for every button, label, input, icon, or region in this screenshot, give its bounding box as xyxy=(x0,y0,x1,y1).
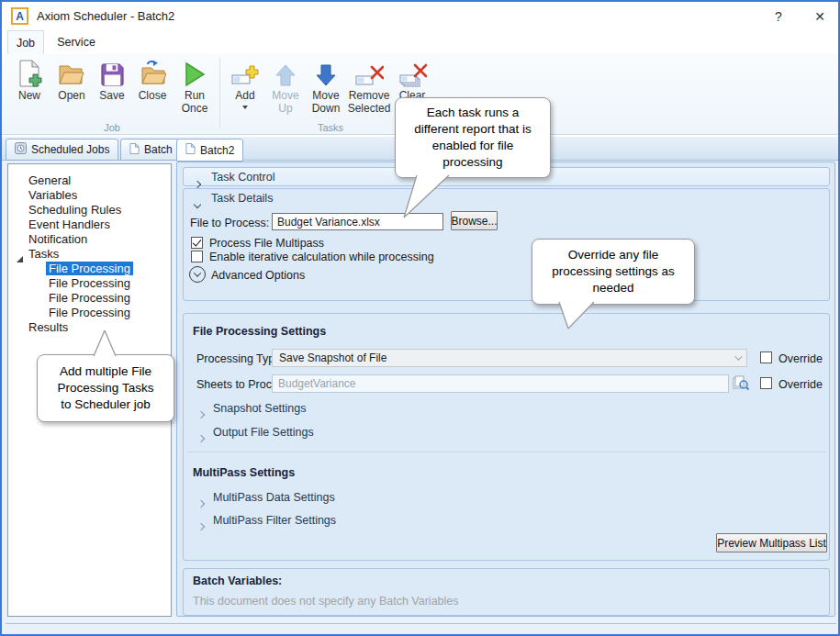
run-play-icon xyxy=(184,57,206,87)
processing-type-override-label: Override xyxy=(778,352,823,365)
sidebar-item-file-processing-3[interactable]: File Processing xyxy=(49,291,130,306)
sidebar-item-file-processing-4[interactable]: File Processing xyxy=(49,306,130,320)
clear-tasks-icon xyxy=(398,57,427,87)
ribbon-tab-service[interactable]: Service xyxy=(48,30,105,54)
iterative-calculation-label: Enable iterative calculation while proce… xyxy=(209,251,434,263)
chevron-right-icon xyxy=(197,411,205,418)
task-details-label: Task Details xyxy=(211,192,273,205)
advanced-options-expander-icon[interactable] xyxy=(189,266,206,283)
sidebar-item-notification[interactable]: Notification xyxy=(28,232,87,247)
app-window: A Axiom Scheduler - Batch2 ? ✕ Job Servi… xyxy=(0,0,840,636)
new-button-label: New xyxy=(18,90,40,103)
move-down-arrow-icon xyxy=(315,57,337,87)
sidebar-item-file-processing-1[interactable]: File Processing xyxy=(46,262,133,276)
sidebar-item-event-handlers[interactable]: Event Handlers xyxy=(28,218,110,232)
file-to-process-label: File to Process: xyxy=(190,217,269,229)
batch-variables-section: Batch Variables: This document does not … xyxy=(183,568,830,616)
new-button[interactable]: New xyxy=(9,57,50,123)
sidebar-item-file-processing-2[interactable]: File Processing xyxy=(49,276,130,291)
open-button[interactable]: Open xyxy=(51,57,92,123)
chevron-right-icon xyxy=(197,435,205,442)
open-button-label: Open xyxy=(58,90,84,103)
window-title: Axiom Scheduler - Batch2 xyxy=(37,9,174,23)
ribbon-tab-job[interactable]: Job xyxy=(7,30,44,54)
sheets-override-checkbox[interactable] xyxy=(760,377,772,389)
ribbon-tab-row: Job Service xyxy=(2,30,838,54)
output-file-settings-expander[interactable]: Output File Settings xyxy=(213,426,314,439)
preview-multipass-list-button[interactable]: Preview Multipass List xyxy=(716,533,827,552)
tasks-expander-icon[interactable] xyxy=(16,251,24,267)
processing-type-override-checkbox[interactable] xyxy=(760,351,772,363)
close-button[interactable]: ✕ xyxy=(806,6,834,28)
sidebar-item-scheduling-rules[interactable]: Scheduling Rules xyxy=(28,203,121,218)
tab-batch[interactable]: Batch xyxy=(120,139,182,161)
callout-task-tail xyxy=(397,175,461,221)
move-down-button[interactable]: Move Down xyxy=(306,57,346,123)
scheduled-jobs-icon xyxy=(15,142,27,157)
batch-variables-header: Batch Variables: xyxy=(193,575,282,587)
process-file-multipass-checkbox[interactable] xyxy=(191,237,203,249)
callout-sidebar-note: Add multiple File Processing Tasks to Sc… xyxy=(37,354,174,422)
remove-selected-icon xyxy=(355,57,384,87)
document-icon xyxy=(185,142,196,158)
callout-override-note: Override any file processing settings as… xyxy=(532,239,695,305)
task-details-section: Task Details File to Process: Budget Var… xyxy=(183,188,830,301)
dropdown-chevron-icon xyxy=(734,352,742,360)
multipass-filter-settings-expander[interactable]: MultiPass Filter Settings xyxy=(213,514,336,527)
sidebar-item-results[interactable]: Results xyxy=(28,320,68,335)
sheets-override-label: Override xyxy=(778,378,823,391)
title-bar: A Axiom Scheduler - Batch2 ? ✕ xyxy=(2,2,838,30)
remove-selected-button-label: Remove Selected xyxy=(347,90,391,116)
move-up-button[interactable]: Move Up xyxy=(266,57,305,123)
run-once-button-label: Run Once xyxy=(174,90,216,116)
sidebar-item-variables[interactable]: Variables xyxy=(28,188,77,203)
sidebar-item-tasks[interactable]: Tasks xyxy=(28,247,59,262)
process-file-multipass-label: Process File Multipass xyxy=(209,237,324,250)
close-button-label: Close xyxy=(139,90,167,103)
section-divider xyxy=(187,452,826,452)
move-up-button-label: Move Up xyxy=(266,90,305,116)
save-floppy-icon xyxy=(100,57,125,87)
run-once-button[interactable]: Run Once xyxy=(174,57,216,123)
tab-label: Batch2 xyxy=(200,144,234,157)
open-folder-icon xyxy=(58,57,85,87)
callout-task-note: Each task runs a different report that i… xyxy=(395,97,551,178)
tab-batch2[interactable]: Batch2 xyxy=(176,139,243,162)
processing-type-dropdown[interactable]: Save Snapshot of File xyxy=(272,349,747,367)
help-button[interactable]: ? xyxy=(765,6,792,28)
add-task-button[interactable]: Add xyxy=(226,57,264,123)
document-icon xyxy=(129,142,140,158)
close-folder-icon xyxy=(139,57,166,87)
task-control-label: Task Control xyxy=(211,171,274,184)
tab-scheduled-jobs[interactable]: Scheduled Jobs xyxy=(6,139,118,161)
save-button-label: Save xyxy=(99,90,124,103)
callout-sidebar-tail xyxy=(90,329,125,357)
task-editor-panel: Task Control Task Details File to Proces… xyxy=(176,162,835,617)
move-up-arrow-icon xyxy=(274,57,297,87)
file-processing-section: File Processing Settings Processing Type… xyxy=(183,313,830,561)
status-strip-divider xyxy=(6,623,836,624)
sheet-picker-icon[interactable] xyxy=(733,375,749,395)
tab-label: Batch xyxy=(144,143,173,156)
sheets-to-process-input[interactable]: BudgetVariance xyxy=(272,374,729,393)
new-file-icon xyxy=(17,57,42,87)
selected-item-label: File Processing xyxy=(46,262,133,275)
ribbon-group-separator xyxy=(219,58,220,128)
multipass-data-settings-expander[interactable]: MultiPass Data Settings xyxy=(213,491,335,504)
processing-type-value: Save Snapshot of File xyxy=(279,351,386,364)
remove-selected-button[interactable]: Remove Selected xyxy=(347,57,391,123)
multipass-settings-header: MultiPass Settings xyxy=(193,466,295,479)
callout-override-tail xyxy=(548,302,603,331)
add-task-icon xyxy=(231,57,260,87)
save-button[interactable]: Save xyxy=(93,57,131,123)
snapshot-settings-expander[interactable]: Snapshot Settings xyxy=(213,402,306,415)
tab-label: Scheduled Jobs xyxy=(31,143,109,156)
ribbon-group-job-label: Job xyxy=(9,122,215,133)
advanced-options-label[interactable]: Advanced Options xyxy=(211,269,305,282)
chevron-right-icon xyxy=(197,523,205,530)
sidebar-item-general[interactable]: General xyxy=(28,173,71,188)
chevron-down-icon xyxy=(194,201,201,208)
iterative-calculation-checkbox[interactable] xyxy=(191,251,203,262)
add-button-label: Add xyxy=(235,90,254,103)
close-job-button[interactable]: Close xyxy=(132,57,173,123)
